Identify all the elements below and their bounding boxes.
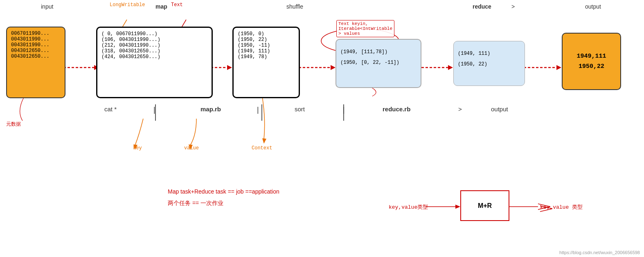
- output-box: 1949,111 1950,22: [562, 33, 621, 90]
- cat-label: cat *: [104, 106, 117, 113]
- reduce-output-box: (1949, 111) (1950, 22): [453, 41, 525, 86]
- reduce-out-line-2: (1950, 22): [458, 61, 520, 67]
- gt-label: >: [458, 106, 462, 113]
- map-out-line-3: (1950, -11): [238, 43, 295, 48]
- map-input-line-5: (424, 0043012650...): [101, 54, 207, 60]
- map-input-line-1: ( 0, 0067011990...): [101, 31, 207, 37]
- pipe3-label: |: [343, 106, 345, 114]
- shuffle-line-2: (1950, [0, 22, -11]): [340, 60, 417, 65]
- map-out-line-4: (1949, 111): [238, 48, 295, 54]
- map-input-box: ( 0, 0067011990...) (106, 0043011990...)…: [96, 27, 213, 98]
- kv-right-label: key,value 类型: [540, 203, 583, 211]
- text-annotation: Text: [171, 2, 183, 8]
- reduce-out-line-1: (1949, 111): [458, 51, 520, 56]
- yuan-data-annotation: 元数据: [6, 121, 21, 128]
- sort-label: sort: [295, 106, 305, 113]
- input-box: 0067011990... 0043011990... 0043011990..…: [6, 27, 65, 98]
- input-line-5: 0043012650...: [11, 54, 61, 59]
- shuffle-box: Text keyin, Iterable<IntWritable > value…: [336, 39, 421, 88]
- map-rb-label: map.rb: [200, 106, 221, 113]
- pipe1-label: |: [153, 106, 155, 114]
- svg-marker-3: [227, 65, 232, 70]
- context-annotation: Context: [252, 145, 272, 151]
- kv-left-label: key,value类型: [389, 203, 428, 211]
- input-stage-label: input: [41, 3, 53, 10]
- text-keyin-annotation: Text keyin, Iterable<IntWritable > value…: [336, 20, 394, 37]
- map-out-line-2: (1950, 22): [238, 37, 295, 43]
- input-line-3: 0043011990...: [11, 42, 61, 48]
- input-line-1: 0067011990...: [11, 31, 61, 36]
- reduce-stage-label: reduce: [473, 3, 491, 10]
- mr-box: M+R: [460, 190, 509, 221]
- svg-marker-17: [262, 138, 266, 144]
- shuffle-stage-label: shuffle: [286, 3, 303, 10]
- svg-marker-9: [556, 65, 561, 70]
- pipe2-label: |: [257, 106, 259, 114]
- watermark: https://blog.csdn.net/wuxin_2006656598: [559, 250, 640, 255]
- map-input-line-2: (106, 0043011990...): [101, 37, 207, 43]
- svg-marker-5: [331, 65, 336, 70]
- longwritable-annotation: LongWritable: [110, 2, 145, 8]
- shuffle-line-1: (1949, [111,78]): [340, 49, 417, 55]
- bottom-line2: 两个任务 == 一次作业: [168, 200, 223, 207]
- bottom-line1: Map task+Reduce task == job ==applicatio…: [168, 188, 279, 195]
- map-input-line-3: (212, 0043011990...): [101, 43, 207, 48]
- map-out-line-1: (1950, 0): [238, 31, 295, 37]
- svg-marker-21: [455, 205, 460, 209]
- output-line-1: 1949,111: [576, 53, 606, 60]
- output2-label: output: [491, 106, 508, 113]
- map-stage-label: map: [155, 3, 167, 10]
- key-annotation: key: [133, 145, 142, 151]
- map-output-box: (1950, 0) (1950, 22) (1950, -11) (1949, …: [232, 27, 300, 98]
- input-line-2: 0043011990...: [11, 36, 61, 42]
- reduce-rb-label: reduce.rb: [383, 106, 410, 113]
- output-line-2: 1950,22: [579, 63, 604, 70]
- svg-marker-7: [448, 65, 453, 70]
- gt1-label: >: [511, 3, 515, 10]
- input-line-4: 0043012650...: [11, 48, 61, 54]
- map-input-line-4: (318, 0043012650...): [101, 48, 207, 54]
- output-stage-label: output: [585, 3, 601, 10]
- value-annotation: value: [184, 145, 199, 151]
- map-out-line-5: (1949, 78): [238, 54, 295, 60]
